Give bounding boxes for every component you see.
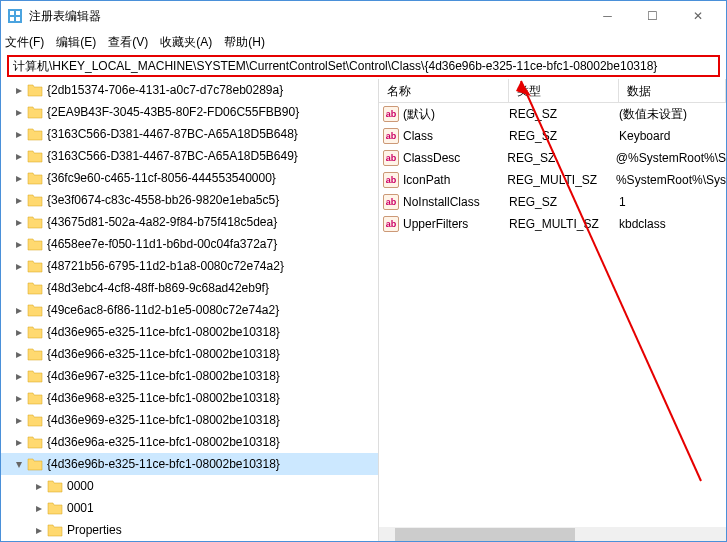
menu-help[interactable]: 帮助(H) [224, 34, 265, 51]
value-data: @%SystemRoot%\S [616, 151, 726, 165]
expander-icon[interactable]: ▸ [13, 171, 25, 185]
tree-item[interactable]: {48d3ebc4-4cf8-48ff-b869-9c68ad42eb9f} [1, 277, 378, 299]
tree-item[interactable]: ▸Properties [1, 519, 378, 541]
value-data: Keyboard [619, 129, 726, 143]
string-value-icon: ab [383, 150, 399, 166]
folder-icon [27, 391, 43, 405]
expander-icon[interactable]: ▸ [13, 149, 25, 163]
tree-label: {4d36e968-e325-11ce-bfc1-08002be10318} [47, 391, 280, 405]
tree-item[interactable]: ▸{4d36e965-e325-11ce-bfc1-08002be10318} [1, 321, 378, 343]
expander-icon[interactable]: ▸ [13, 435, 25, 449]
value-row[interactable]: ab(默认)REG_SZ(数值未设置) [379, 103, 726, 125]
folder-icon [27, 105, 43, 119]
tree-label: {4d36e967-e325-11ce-bfc1-08002be10318} [47, 369, 280, 383]
value-row[interactable]: abClassREG_SZKeyboard [379, 125, 726, 147]
regedit-icon [7, 8, 23, 24]
maximize-button[interactable]: ☐ [630, 1, 675, 31]
menu-edit[interactable]: 编辑(E) [56, 34, 96, 51]
tree-pane[interactable]: ▸{2db15374-706e-4131-a0c7-d7c78eb0289a}▸… [1, 79, 379, 542]
menu-favorites[interactable]: 收藏夹(A) [160, 34, 212, 51]
value-type: REG_SZ [507, 151, 616, 165]
value-row[interactable]: abNoInstallClassREG_SZ1 [379, 191, 726, 213]
menu-view[interactable]: 查看(V) [108, 34, 148, 51]
tree-item[interactable]: ▸{4d36e967-e325-11ce-bfc1-08002be10318} [1, 365, 378, 387]
value-data: 1 [619, 195, 726, 209]
tree-item[interactable]: ▸0001 [1, 497, 378, 519]
value-name: NoInstallClass [403, 195, 480, 209]
value-data: %SystemRoot%\Sys [616, 173, 726, 187]
tree-label: {4d36e965-e325-11ce-bfc1-08002be10318} [47, 325, 280, 339]
expander-icon[interactable]: ▸ [13, 259, 25, 273]
window-controls: ─ ☐ ✕ [585, 1, 720, 31]
tree-label: {4d36e96a-e325-11ce-bfc1-08002be10318} [47, 435, 280, 449]
value-row[interactable]: abIconPathREG_MULTI_SZ%SystemRoot%\Sys [379, 169, 726, 191]
expander-icon[interactable]: ▸ [13, 83, 25, 97]
folder-icon [27, 435, 43, 449]
value-type: REG_MULTI_SZ [509, 217, 619, 231]
expander-icon[interactable]: ▸ [33, 501, 45, 515]
tree-item[interactable]: ▸{43675d81-502a-4a82-9f84-b75f418c5dea} [1, 211, 378, 233]
expander-icon[interactable]: ▸ [33, 523, 45, 537]
tree-label: {36fc9e60-c465-11cf-8056-444553540000} [47, 171, 276, 185]
expander-icon[interactable]: ▸ [13, 193, 25, 207]
column-name[interactable]: 名称 [379, 79, 509, 102]
svg-rect-4 [16, 17, 20, 21]
tree-label: 0001 [67, 501, 94, 515]
content-area: ▸{2db15374-706e-4131-a0c7-d7c78eb0289a}▸… [1, 79, 726, 542]
column-data[interactable]: 数据 [619, 79, 726, 102]
value-row[interactable]: abUpperFiltersREG_MULTI_SZkbdclass [379, 213, 726, 235]
string-value-icon: ab [383, 106, 399, 122]
tree-item[interactable]: ▸{4d36e968-e325-11ce-bfc1-08002be10318} [1, 387, 378, 409]
tree-item[interactable]: ▾{4d36e96b-e325-11ce-bfc1-08002be10318} [1, 453, 378, 475]
tree-label: {3e3f0674-c83c-4558-bb26-9820e1eba5c5} [47, 193, 279, 207]
tree-item[interactable]: ▸{49ce6ac8-6f86-11d2-b1e5-0080c72e74a2} [1, 299, 378, 321]
tree-item[interactable]: ▸{3163C566-D381-4467-87BC-A65A18D5B649} [1, 145, 378, 167]
tree-item[interactable]: ▸{4d36e96a-e325-11ce-bfc1-08002be10318} [1, 431, 378, 453]
expander-icon[interactable]: ▸ [13, 391, 25, 405]
value-row[interactable]: abClassDescREG_SZ@%SystemRoot%\S [379, 147, 726, 169]
expander-icon[interactable]: ▸ [13, 105, 25, 119]
tree-item[interactable]: ▸{36fc9e60-c465-11cf-8056-444553540000} [1, 167, 378, 189]
expander-icon[interactable]: ▸ [13, 215, 25, 229]
expander-icon[interactable]: ▸ [13, 413, 25, 427]
tree-item[interactable]: ▸{4658ee7e-f050-11d1-b6bd-00c04fa372a7} [1, 233, 378, 255]
string-value-icon: ab [383, 216, 399, 232]
folder-icon [27, 193, 43, 207]
column-type[interactable]: 类型 [509, 79, 619, 102]
address-bar[interactable]: 计算机\HKEY_LOCAL_MACHINE\SYSTEM\CurrentCon… [7, 55, 720, 77]
expander-icon[interactable]: ▸ [13, 369, 25, 383]
tree-item[interactable]: ▸{4d36e966-e325-11ce-bfc1-08002be10318} [1, 343, 378, 365]
expander-icon[interactable]: ▸ [13, 303, 25, 317]
close-button[interactable]: ✕ [675, 1, 720, 31]
tree-label: {48d3ebc4-4cf8-48ff-b869-9c68ad42eb9f} [47, 281, 269, 295]
tree-item[interactable]: ▸{4d36e969-e325-11ce-bfc1-08002be10318} [1, 409, 378, 431]
tree-label: 0000 [67, 479, 94, 493]
tree-label: {43675d81-502a-4a82-9f84-b75f418c5dea} [47, 215, 277, 229]
detail-pane[interactable]: 名称 类型 数据 ab(默认)REG_SZ(数值未设置)abClassREG_S… [379, 79, 726, 542]
folder-icon [27, 457, 43, 471]
tree-item[interactable]: ▸{3e3f0674-c83c-4558-bb26-9820e1eba5c5} [1, 189, 378, 211]
menu-file[interactable]: 文件(F) [5, 34, 44, 51]
expander-icon[interactable]: ▾ [13, 457, 25, 471]
expander-icon[interactable]: ▸ [33, 479, 45, 493]
tree-label: {3163C566-D381-4467-87BC-A65A18D5B648} [47, 127, 298, 141]
tree-item[interactable]: ▸{2db15374-706e-4131-a0c7-d7c78eb0289a} [1, 79, 378, 101]
expander-icon[interactable]: ▸ [13, 237, 25, 251]
tree-item[interactable]: ▸{48721b56-6795-11d2-b1a8-0080c72e74a2} [1, 255, 378, 277]
value-type: REG_SZ [509, 195, 619, 209]
value-type: REG_MULTI_SZ [507, 173, 616, 187]
expander-icon[interactable]: ▸ [13, 325, 25, 339]
expander-icon[interactable]: ▸ [13, 347, 25, 361]
string-value-icon: ab [383, 194, 399, 210]
expander-icon[interactable]: ▸ [13, 127, 25, 141]
tree-label: {4d36e969-e325-11ce-bfc1-08002be10318} [47, 413, 280, 427]
tree-item[interactable]: ▸{3163C566-D381-4467-87BC-A65A18D5B648} [1, 123, 378, 145]
tree-item[interactable]: ▸0000 [1, 475, 378, 497]
tree-item[interactable]: ▸{2EA9B43F-3045-43B5-80F2-FD06C55FBB90} [1, 101, 378, 123]
value-name: Class [403, 129, 433, 143]
svg-rect-2 [16, 11, 20, 15]
tree-label: {2EA9B43F-3045-43B5-80F2-FD06C55FBB90} [47, 105, 299, 119]
folder-icon [47, 501, 63, 515]
minimize-button[interactable]: ─ [585, 1, 630, 31]
detail-scrollbar-h[interactable] [379, 527, 726, 542]
